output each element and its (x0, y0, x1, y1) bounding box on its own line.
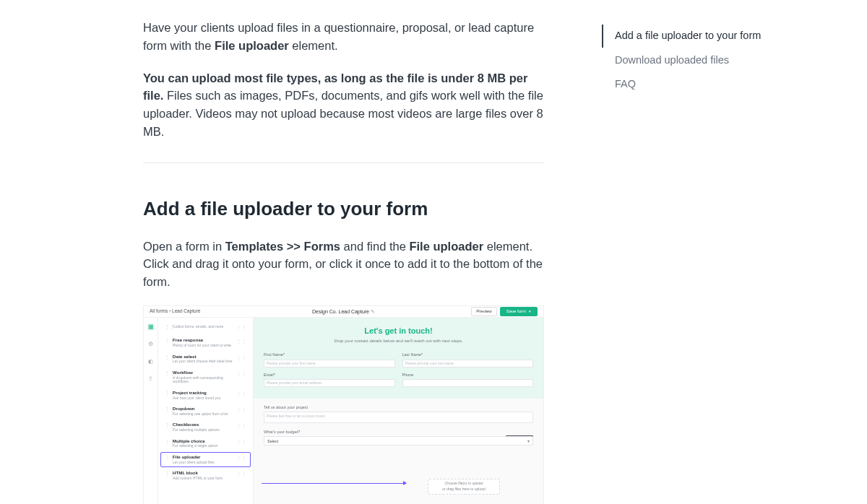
element-desc: For selecting one option from a list (173, 412, 233, 417)
drag-icon: ⋮⋮ (165, 324, 170, 329)
table-of-contents: Add a file uploader to your form Downloa… (602, 0, 790, 504)
drag-handle-icon: ⋮⋮ (236, 370, 246, 378)
drag-icon: ⋮⋮ (165, 422, 170, 427)
save-form-button[interactable]: Save form (500, 307, 538, 316)
text: element. (292, 39, 337, 52)
element-file-uploader[interactable]: ⋮⋮File uploaderLet your client upload fi… (160, 452, 251, 467)
text: Have your clients upload files in a ques… (143, 21, 534, 52)
form-title: Design Co. Lead Capture ✎ (144, 308, 543, 316)
article-main: Have your clients upload files in a ques… (143, 0, 544, 504)
toc-item-faq[interactable]: FAQ (602, 73, 790, 96)
annotation-arrow (262, 483, 406, 484)
about-label: Tell us about your project (264, 404, 533, 410)
screenshot-form-builder: All forms › Lead Capture Design Co. Lead… (143, 305, 544, 504)
last-name-input[interactable]: Please provide your last name (402, 360, 534, 368)
phone-label: Phone (402, 372, 534, 378)
element-desc: A dropdown with corresponding workflows (173, 376, 233, 384)
phone-input[interactable] (402, 379, 534, 387)
drag-icon: ⋮⋮ (165, 391, 170, 396)
drag-icon: ⋮⋮ (165, 370, 170, 375)
form-hero-title: Let's get in touch! (264, 325, 533, 337)
text: Open a form in (143, 240, 225, 253)
element-title: File uploader (173, 455, 233, 460)
drag-icon: ⋮⋮ (165, 471, 170, 476)
budget-select[interactable]: Select (264, 436, 533, 446)
element-item[interactable]: ⋮⋮Project trackingAsk how your client fo… (160, 388, 251, 403)
first-name-input[interactable]: Please provide your first name (264, 360, 395, 368)
element-title: Checkboxes (173, 422, 233, 427)
element-desc: Ask how your client found you (173, 396, 233, 401)
drag-handle-icon: ⋮⋮ (236, 338, 246, 346)
drag-handle-icon: ⋮⋮ (236, 355, 246, 362)
element-title: Free response (173, 338, 233, 343)
element-item[interactable]: ⋮⋮Collect forms, emails, and more⋮⋮ (160, 321, 251, 335)
share-tab-icon[interactable]: ⇪ (147, 375, 155, 383)
screenshot-toolbar: All forms › Lead Capture Design Co. Lead… (144, 306, 543, 318)
form-canvas: Let's get in touch! Drop your contact de… (254, 318, 543, 504)
drag-icon: ⋮⋮ (165, 439, 170, 444)
element-desc: For selecting multiple options (173, 428, 233, 433)
element-item[interactable]: ⋮⋮CheckboxesFor selecting multiple optio… (160, 420, 251, 435)
drag-handle-icon: ⋮⋮ (236, 324, 246, 332)
drag-handle-icon: ⋮⋮ (236, 391, 246, 399)
element-desc: Collect forms, emails, and more (173, 325, 233, 329)
left-rail: ▦ ⚙ ◐ ⇪ (144, 318, 158, 504)
form-hero-sub: Drop your contact details below and we'l… (264, 338, 533, 344)
drag-handle-icon: ⋮⋮ (236, 455, 246, 463)
element-desc: For selecting a single option (173, 444, 233, 448)
element-item[interactable]: ⋮⋮DropdownFor selecting one option from … (160, 404, 251, 419)
drag-handle-icon: ⋮⋮ (236, 407, 246, 414)
email-label: Email* (264, 372, 395, 378)
styles-tab-icon[interactable]: ◐ (147, 358, 155, 365)
element-item[interactable]: ⋮⋮Multiple choiceFor selecting a single … (160, 436, 251, 451)
element-item[interactable]: ⋮⋮HTML blockAdd custom HTML to your form… (160, 468, 251, 483)
elements-panel: ⋮⋮Collect forms, emails, and more⋮⋮ ⋮⋮Fr… (158, 318, 254, 504)
section-divider (143, 162, 544, 163)
first-name-label: First Name* (264, 352, 395, 357)
drag-icon: ⋮⋮ (165, 338, 170, 343)
section-heading: Add a file uploader to your form (143, 195, 544, 223)
section-paragraph: Open a form in Templates >> Forms and fi… (143, 238, 544, 291)
element-title: Workflow (173, 370, 233, 375)
dropzone-line2: or drag files here to upload (442, 487, 485, 492)
about-textarea[interactable]: Please feel free to let us know more! (264, 412, 533, 423)
file-dropzone[interactable]: Choose file(s) to upload or drag files h… (428, 479, 500, 495)
settings-tab-icon[interactable]: ⚙ (147, 341, 155, 348)
element-desc: Plenty of room for your client to write (173, 344, 233, 348)
last-name-label: Last Name* (402, 352, 534, 357)
budget-label: What's your budget? (264, 429, 533, 435)
element-desc: Add custom HTML to your form (173, 477, 233, 481)
dropzone-line1: Choose file(s) to upload (445, 481, 483, 487)
toc-item-download[interactable]: Download uploaded files (602, 49, 790, 72)
form-title-text: Design Co. Lead Capture (312, 309, 369, 314)
elements-tab-icon[interactable]: ▦ (147, 323, 155, 331)
element-desc: Let your client upload files (173, 461, 233, 465)
intro-paragraph-2: You can upload most file types, as long … (143, 69, 544, 141)
text: and find the (344, 240, 410, 253)
element-title: Multiple choice (173, 439, 233, 444)
text-bold: Templates >> Forms (225, 240, 340, 253)
element-title: Date select (173, 355, 233, 360)
toc-item-add-uploader[interactable]: Add a file uploader to your form (602, 25, 790, 48)
drag-handle-icon: ⋮⋮ (236, 422, 246, 430)
element-title: Dropdown (173, 407, 233, 412)
element-title: HTML block (173, 471, 233, 476)
drag-handle-icon: ⋮⋮ (236, 439, 246, 447)
email-input[interactable]: Please provide your email address (264, 379, 395, 387)
drag-icon: ⋮⋮ (165, 355, 170, 360)
intro-paragraph-1: Have your clients upload files in a ques… (143, 19, 544, 55)
edit-title-icon[interactable]: ✎ (371, 309, 375, 314)
element-item[interactable]: ⋮⋮Date selectLet your client choose thei… (160, 352, 251, 367)
element-desc: Let your client choose their ideal time (173, 360, 233, 364)
drag-icon: ⋮⋮ (165, 455, 170, 460)
drag-icon: ⋮⋮ (165, 407, 170, 412)
drag-handle-icon: ⋮⋮ (236, 471, 246, 479)
text-bold: File uploader (215, 39, 289, 52)
element-title: Project tracking (173, 391, 233, 396)
text: Files such as images, PDFs, documents, a… (143, 89, 543, 138)
element-item[interactable]: ⋮⋮Free responsePlenty of room for your c… (160, 335, 251, 350)
form-hero: Let's get in touch! Drop your contact de… (254, 318, 543, 399)
text-bold: File uploader (409, 240, 483, 253)
element-item[interactable]: ⋮⋮WorkflowA dropdown with corresponding … (160, 368, 251, 387)
